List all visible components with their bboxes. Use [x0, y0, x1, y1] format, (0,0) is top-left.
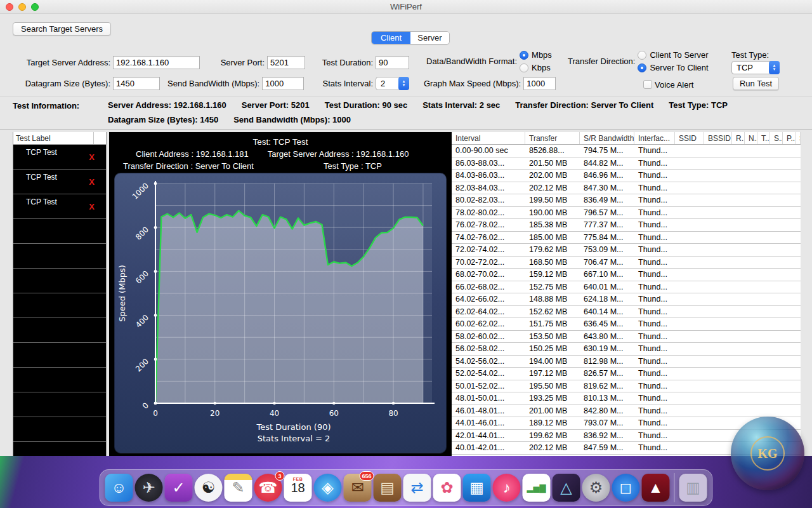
test-label-row[interactable]: TCP TestX	[13, 145, 106, 170]
test-label-row[interactable]	[13, 269, 106, 293]
column-header[interactable]: BSSID	[704, 132, 732, 144]
table-row[interactable]: 60.02-62.02...151.75 MB636.45 M...Thund.…	[452, 318, 801, 331]
dock-item-acrobat[interactable]: ▲	[642, 474, 670, 502]
datagram-size-input[interactable]	[113, 77, 160, 90]
dock-item-screen-sharing[interactable]: ◻	[612, 474, 640, 502]
dock-item-launchpad[interactable]: ✈	[135, 474, 163, 502]
table-row[interactable]: 52.02-54.02...197.12 MB826.57 M...Thund.…	[452, 368, 801, 380]
dock-item-address-book[interactable]: ▤	[374, 474, 402, 502]
table-row[interactable]: 0.00-90.00 sec8526.88...794.75 M...Thund…	[452, 145, 801, 157]
table-row[interactable]: 58.02-60.02...153.50 MB643.80 M...Thund.…	[452, 331, 801, 344]
svg-text:60: 60	[329, 409, 339, 418]
dock-item-finder[interactable]: ☺	[105, 474, 133, 502]
dock-item-keynote[interactable]: ▦	[463, 474, 491, 502]
test-label-row[interactable]: TCP TestX	[13, 170, 106, 194]
table-row[interactable]: 68.02-70.02...159.12 MB667.10 M...Thund.…	[452, 269, 801, 281]
close-button[interactable]	[6, 3, 13, 11]
table-cell: 56.02-58.02...	[452, 343, 525, 355]
search-target-servers-button[interactable]: Search Target Servers	[13, 22, 111, 36]
table-row[interactable]: 76.02-78.02...185.38 MB777.37 M...Thund.…	[452, 219, 801, 232]
target-server-address-input[interactable]	[113, 56, 200, 69]
server-port-input[interactable]	[267, 56, 305, 69]
radio-server-to-client[interactable]: Server To Client	[638, 62, 708, 73]
dock-item-mail-stamp[interactable]: ✉656	[344, 474, 372, 502]
test-label-row[interactable]: TCP TestX	[13, 194, 106, 219]
column-header[interactable]: N...	[745, 132, 757, 144]
test-label-row[interactable]	[13, 293, 106, 318]
dock-item-messages[interactable]: ☎3	[254, 474, 282, 502]
column-header[interactable]: P...	[783, 132, 796, 144]
table-row[interactable]: 82.03-84.03...202.12 MB847.30 M...Thund.…	[452, 182, 801, 195]
test-label-row[interactable]	[13, 442, 106, 456]
column-header[interactable]: S/R Bandwidth	[580, 132, 634, 144]
zoom-button[interactable]	[31, 3, 39, 11]
table-cell: 168.50 MB	[525, 257, 580, 269]
column-header[interactable]: R...	[732, 132, 745, 144]
table-row[interactable]: 72.02-74.02...179.62 MB753.09 M...Thund.…	[452, 244, 801, 257]
table-row[interactable]: 74.02-76.02...185.00 MB775.84 M...Thund.…	[452, 232, 801, 244]
column-header[interactable]: Interval	[452, 132, 525, 144]
dock-item-photos[interactable]: ✿	[433, 474, 461, 502]
dock-item-sharing[interactable]: ⇄	[403, 474, 431, 502]
test-label-row[interactable]	[13, 318, 106, 343]
test-label-column-header[interactable]: Test Label	[13, 132, 106, 145]
radio-kbps[interactable]: Kbps	[520, 62, 552, 73]
tab-server[interactable]: Server	[410, 32, 449, 44]
delete-test-icon[interactable]: X	[89, 202, 95, 211]
stats-interval-select[interactable]: 2 ▲▼	[376, 77, 409, 90]
table-row[interactable]: 78.02-80.02...190.00 MB796.57 M...Thund.…	[452, 207, 801, 220]
test-label-row[interactable]	[13, 417, 106, 442]
table-row[interactable]: 84.03-86.03...202.00 MB846.96 M...Thund.…	[452, 170, 801, 182]
table-row[interactable]: 70.02-72.02...168.50 MB706.47 M...Thund.…	[452, 257, 801, 269]
column-header[interactable]: SSID	[675, 132, 704, 144]
dock-item-trash[interactable]: ▥	[679, 474, 707, 502]
tab-client[interactable]: Client	[372, 32, 410, 44]
table-cell: 194.00 MB	[525, 356, 580, 368]
table-cell: 40.01-42.01...	[452, 442, 525, 454]
table-row[interactable]: 62.02-64.02...152.62 MB640.14 M...Thund.…	[452, 306, 801, 319]
test-label-row[interactable]	[13, 392, 106, 417]
table-cell: 78.02-80.02...	[452, 207, 525, 219]
run-test-button[interactable]: Run Test	[733, 77, 779, 90]
chart-test-type: Test Type : TCP	[324, 161, 382, 171]
graph-max-speed-input[interactable]	[523, 77, 556, 90]
table-cell	[745, 182, 757, 194]
table-row[interactable]: 66.02-68.02...152.75 MB640.01 M...Thund.…	[452, 281, 801, 294]
table-row[interactable]: 80.02-82.03...199.50 MB836.49 M...Thund.…	[452, 194, 801, 207]
delete-test-icon[interactable]: X	[89, 177, 95, 187]
dock-item-calendar[interactable]: FEB18	[284, 474, 312, 502]
test-duration-input[interactable]	[376, 56, 409, 69]
test-label-row[interactable]	[13, 244, 106, 269]
column-header[interactable]: Transfer	[525, 132, 580, 144]
table-cell	[783, 368, 796, 380]
minimize-button[interactable]	[18, 3, 26, 11]
radio-mbps[interactable]: Mbps	[520, 50, 552, 60]
column-header[interactable]: T...	[757, 132, 770, 144]
delete-test-icon[interactable]: X	[89, 152, 95, 162]
table-row[interactable]: 50.01-52.02...195.50 MB819.62 M...Thund.…	[452, 380, 801, 393]
dock-item-music[interactable]: ♪	[493, 474, 521, 502]
table-row[interactable]: 56.02-58.02...150.25 MB630.19 M...Thund.…	[452, 343, 801, 356]
dock-item-system-preferences[interactable]: ⚙	[582, 474, 610, 502]
column-header[interactable]: S...	[770, 132, 783, 144]
table-row[interactable]: 48.01-50.01...193.25 MB810.13 M...Thund.…	[452, 392, 801, 405]
test-label-row[interactable]	[13, 219, 106, 244]
radio-client-to-server[interactable]: Client To Server	[638, 50, 708, 60]
column-header[interactable]: Interfac...	[634, 132, 675, 144]
table-row[interactable]: 46.01-48.01...201.00 MB842.80 M...Thund.…	[452, 405, 801, 418]
dock-item-yin-yang[interactable]: ☯	[195, 474, 223, 502]
dock-item-affinity-photo[interactable]: △	[553, 474, 580, 502]
dock-item-charts[interactable]: ▂▅▇	[523, 474, 551, 502]
test-label-row[interactable]	[13, 368, 106, 392]
dock-item-safari[interactable]: ◈	[314, 474, 342, 502]
voice-alert-checkbox[interactable]	[643, 80, 652, 89]
table-row[interactable]: 54.02-56.02...194.00 MB812.98 M...Thund.…	[452, 356, 801, 368]
dock-item-things[interactable]: ✓	[165, 474, 193, 502]
table-row[interactable]: 86.03-88.03...201.50 MB844.82 M...Thund.…	[452, 157, 801, 170]
dock-item-notes[interactable]: ✎	[225, 474, 252, 502]
test-label-row[interactable]	[13, 343, 106, 368]
table-row[interactable]: 64.02-66.02...148.88 MB624.18 M...Thund.…	[452, 293, 801, 306]
send-bandwidth-input[interactable]	[262, 77, 304, 90]
column-header[interactable]: S...	[796, 132, 801, 144]
test-type-select[interactable]: TCP ▲▼	[731, 61, 780, 74]
